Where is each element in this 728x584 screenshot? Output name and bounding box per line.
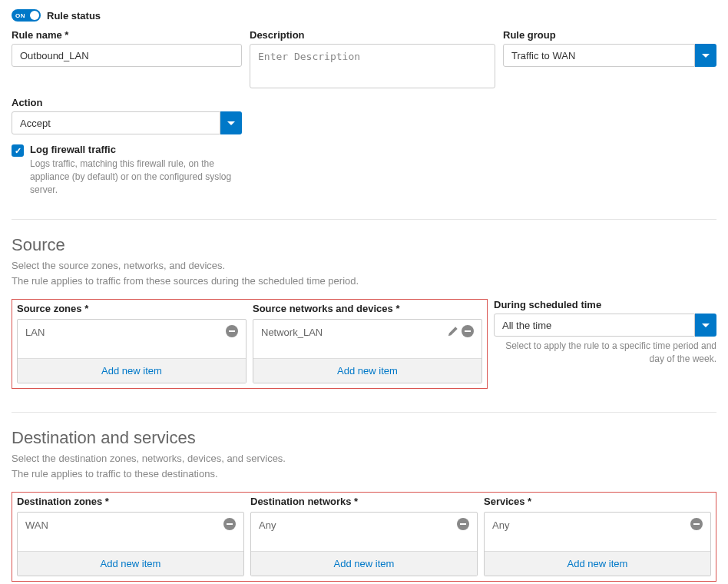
- chevron-down-icon: [702, 324, 710, 327]
- divider: [12, 219, 716, 220]
- minus-icon: [693, 523, 700, 525]
- minus-icon: [460, 523, 466, 525]
- remove-icon[interactable]: [690, 518, 703, 530]
- services-label: Services *: [484, 496, 711, 507]
- source-zone-item: LAN: [25, 325, 45, 338]
- list-item: Network_LAN: [253, 320, 481, 358]
- rule-group-select[interactable]: Traffic to WAN: [503, 44, 716, 67]
- remove-icon[interactable]: [462, 325, 474, 337]
- list-item: Any: [485, 513, 710, 551]
- rule-group-dropdown-button[interactable]: [695, 44, 716, 67]
- rule-group-label: Rule group: [503, 29, 716, 41]
- schedule-label: During scheduled time: [494, 299, 716, 310]
- rule-name-input[interactable]: [12, 44, 242, 67]
- remove-icon[interactable]: [457, 518, 469, 530]
- check-icon: ✓: [15, 146, 22, 156]
- minus-icon: [227, 523, 233, 525]
- rule-name-label: Rule name *: [12, 29, 242, 41]
- toggle-on-text: ON: [15, 12, 25, 19]
- remove-icon[interactable]: [223, 518, 236, 530]
- remove-icon[interactable]: [226, 325, 238, 337]
- dest-networks-list: Any Add new item: [250, 512, 478, 576]
- source-network-item: Network_LAN: [261, 325, 323, 338]
- source-zones-add[interactable]: Add new item: [18, 358, 246, 383]
- dest-zones-label: Destination zones *: [17, 496, 244, 507]
- toggle-knob: [30, 11, 39, 20]
- minus-icon: [465, 330, 471, 332]
- rule-group-value: Traffic to WAN: [503, 44, 695, 67]
- dest-title: Destination and services: [12, 428, 716, 448]
- services-list: Any Add new item: [484, 512, 711, 576]
- description-label: Description: [250, 29, 495, 41]
- list-item: LAN: [18, 320, 246, 358]
- edit-icon[interactable]: [448, 326, 458, 337]
- source-desc-2: The rule applies to traffic from these s…: [12, 274, 716, 289]
- minus-icon: [229, 330, 235, 332]
- schedule-value: All the time: [494, 314, 695, 337]
- source-networks-label: Source networks and devices *: [253, 303, 482, 314]
- dest-networks-label: Destination networks *: [250, 496, 478, 507]
- source-desc-1: Select the source zones, networks, and d…: [12, 258, 716, 274]
- action-dropdown-button[interactable]: [220, 111, 242, 134]
- schedule-help: Select to apply the rule to a specific t…: [494, 340, 716, 366]
- dest-desc-2: The rule applies to traffic to these des…: [12, 466, 716, 482]
- divider: [12, 412, 716, 413]
- source-title: Source: [12, 235, 716, 255]
- schedule-select[interactable]: All the time: [494, 314, 716, 337]
- description-textarea[interactable]: [250, 44, 495, 88]
- log-traffic-label: Log firewall traffic: [30, 144, 716, 155]
- chevron-down-icon: [227, 121, 235, 125]
- dest-zone-item: WAN: [25, 518, 48, 531]
- dest-networks-add[interactable]: Add new item: [251, 551, 477, 576]
- source-zones-label: Source zones *: [17, 303, 247, 314]
- log-traffic-help: Logs traffic, matching this firewall rul…: [30, 158, 245, 196]
- dest-zones-list: WAN Add new item: [17, 512, 244, 576]
- rule-status-toggle[interactable]: ON: [12, 9, 41, 22]
- dest-network-item: Any: [259, 518, 276, 531]
- action-select[interactable]: Accept: [12, 111, 242, 134]
- log-traffic-checkbox[interactable]: ✓: [12, 144, 24, 157]
- source-networks-add[interactable]: Add new item: [253, 358, 481, 383]
- chevron-down-icon: [702, 54, 710, 58]
- list-item: Any: [251, 513, 477, 551]
- source-networks-list: Network_LAN Add new item: [253, 319, 482, 383]
- action-label: Action: [12, 97, 242, 108]
- service-item: Any: [492, 518, 509, 531]
- list-item: WAN: [18, 513, 243, 551]
- dest-zones-add[interactable]: Add new item: [18, 551, 243, 576]
- schedule-dropdown-button[interactable]: [695, 314, 716, 337]
- services-add[interactable]: Add new item: [485, 551, 710, 576]
- action-value: Accept: [12, 111, 220, 134]
- source-zones-list: LAN Add new item: [17, 319, 247, 383]
- rule-status-label: Rule status: [47, 10, 101, 22]
- dest-desc-1: Select the destination zones, networks, …: [12, 451, 716, 466]
